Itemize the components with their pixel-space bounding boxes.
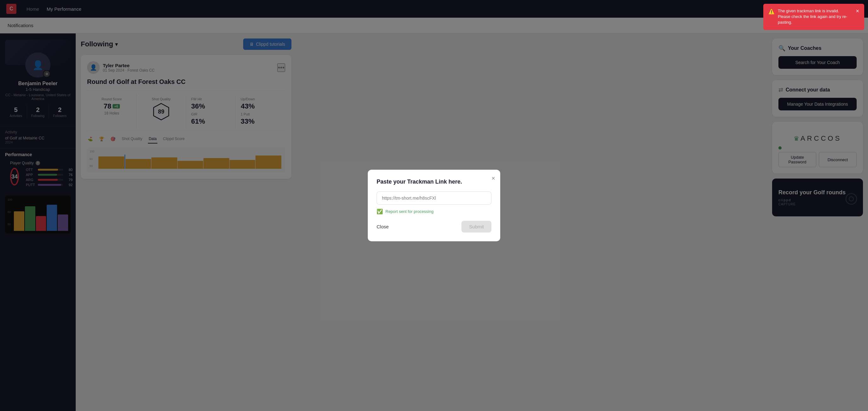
success-text: Report sent for processing [385,209,433,214]
modal-title: Paste your Trackman Link here. [377,179,491,185]
trackman-modal: Paste your Trackman Link here. × ✅ Repor… [368,170,500,241]
modal-actions: Close Submit [377,221,491,232]
modal-close-icon-button[interactable]: × [491,175,495,182]
trackman-link-input[interactable] [377,191,491,205]
modal-overlay: Paste your Trackman Link here. × ✅ Repor… [0,0,868,411]
modal-success-message: ✅ Report sent for processing [377,209,491,215]
modal-submit-button[interactable]: Submit [461,221,491,232]
error-message: The given trackman link is invalid. Plea… [778,8,852,26]
toast-close-button[interactable]: × [856,8,859,14]
success-check-icon: ✅ [377,209,383,215]
modal-close-button[interactable]: Close [377,224,389,229]
error-toast: ⚠️ The given trackman link is invalid. P… [763,4,864,30]
warning-icon: ⚠️ [768,8,775,15]
